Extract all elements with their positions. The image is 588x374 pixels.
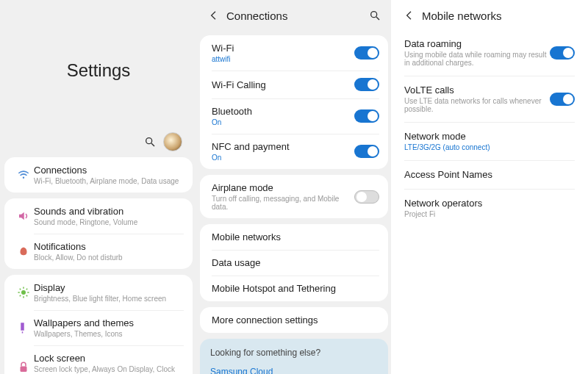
item-title: Display	[34, 282, 184, 293]
suggestions-heading: Looking for something else?	[210, 348, 378, 358]
item-title: Access Point Names	[404, 169, 575, 180]
toggle-switch[interactable]	[354, 46, 379, 60]
svg-line-10	[26, 289, 28, 290]
item-subtitle: Sound mode, Ringtone, Volume	[34, 218, 184, 226]
item-subtitle: Wallpapers, Themes, Icons	[34, 330, 184, 338]
item-title: Mobile networks	[212, 231, 379, 242]
avatar[interactable]	[163, 132, 182, 151]
item-subtitle: Using mobile data while roaming may resu…	[404, 51, 550, 67]
header-actions	[4, 132, 193, 151]
item-subtitle: Wi-Fi, Bluetooth, Airplane mode, Data us…	[34, 177, 184, 185]
toggle-switch[interactable]	[550, 93, 575, 106]
toggle-switch[interactable]	[354, 190, 379, 204]
item-title: Network operators	[404, 198, 575, 209]
svg-point-0	[146, 138, 152, 144]
item-title: Wi-Fi Calling	[212, 79, 354, 90]
display-icon	[13, 286, 34, 299]
appbar: Connections	[200, 0, 388, 29]
mobile-networks-pane: Mobile networks Data roamingUsing mobile…	[391, 0, 588, 374]
item-subtitle: LTE/3G/2G (auto connect)	[404, 143, 575, 151]
settings-group: Connections Wi-Fi, Bluetooth, Airplane m…	[4, 157, 193, 193]
item-subtitle: On	[212, 118, 354, 126]
svg-point-3	[21, 290, 26, 295]
toggle-switch[interactable]	[550, 46, 575, 60]
settings-item[interactable]: Connections Wi-Fi, Bluetooth, Airplane m…	[4, 157, 193, 193]
item-title: NFC and payment	[212, 141, 354, 152]
item-title: Sounds and vibration	[34, 206, 184, 217]
svg-point-14	[371, 12, 377, 18]
item-subtitle: Project Fi	[404, 210, 575, 218]
svg-line-15	[376, 17, 379, 20]
search-icon[interactable]	[144, 136, 156, 148]
list-item[interactable]: NFC and paymentOn	[200, 134, 388, 169]
wall-icon	[13, 321, 34, 334]
item-title: Lock screen	[34, 353, 184, 364]
list-item[interactable]: Access Point Names	[395, 160, 584, 189]
item-title: Wallpapers and themes	[34, 317, 184, 328]
svg-line-9	[26, 295, 28, 297]
svg-line-11	[20, 295, 21, 297]
lock-icon	[13, 361, 34, 374]
appbar: Mobile networks	[395, 0, 584, 29]
svg-line-8	[20, 289, 21, 290]
list-item[interactable]: BluetoothOn	[200, 98, 388, 134]
settings-group: Mobile networks Data usage Mobile Hotspo…	[200, 224, 388, 301]
item-subtitle: attwifi	[212, 55, 354, 63]
item-subtitle: Block, Allow, Do not disturb	[34, 253, 184, 262]
list-item[interactable]: Data usage	[200, 250, 388, 276]
toggle-switch[interactable]	[354, 109, 379, 123]
toggle-switch[interactable]	[354, 145, 379, 158]
settings-group: Display Brightness, Blue light filter, H…	[4, 275, 193, 374]
item-subtitle: Use LTE data networks for calls whenever…	[404, 97, 550, 113]
item-title: More connection settings	[212, 314, 379, 326]
item-subtitle: Screen lock type, Always On Display, Clo…	[34, 365, 184, 374]
notif-icon	[13, 245, 34, 258]
item-title: VoLTE calls	[404, 84, 550, 96]
list-item[interactable]: VoLTE callsUse LTE data networks for cal…	[395, 76, 584, 122]
page-title: Settings	[4, 60, 193, 81]
item-title: Mobile Hotspot and Tethering	[212, 283, 379, 294]
item-subtitle: On	[212, 154, 354, 162]
settings-item[interactable]: Display Brightness, Blue light filter, H…	[4, 275, 193, 310]
settings-item[interactable]: Notifications Block, Allow, Do not distu…	[4, 234, 193, 269]
settings-group: Airplane modeTurn off calling, messaging…	[200, 175, 388, 218]
settings-main-pane: Settings Connections Wi-Fi, Bluetooth, A…	[0, 0, 197, 374]
list-item[interactable]: Wi-Fiattwifi	[200, 35, 388, 71]
settings-item[interactable]: Sounds and vibration Sound mode, Rington…	[4, 198, 193, 234]
list-item[interactable]: More connection settings	[200, 307, 388, 333]
item-title: Data usage	[212, 257, 379, 268]
appbar-title: Mobile networks	[422, 10, 576, 22]
suggestions-card: Looking for something else? Samsung Clou…	[200, 339, 388, 374]
suggestion-link[interactable]: Samsung Cloud	[210, 367, 378, 374]
settings-group: More connection settings	[200, 307, 388, 333]
list-item[interactable]: Network operatorsProject Fi	[395, 189, 584, 227]
back-icon[interactable]	[207, 9, 220, 22]
item-title: Bluetooth	[212, 106, 354, 117]
svg-rect-13	[21, 366, 27, 372]
settings-item[interactable]: Wallpapers and themes Wallpapers, Themes…	[4, 310, 193, 345]
toggle-switch[interactable]	[354, 78, 379, 91]
item-subtitle: Brightness, Blue light filter, Home scre…	[34, 295, 184, 303]
appbar-title: Connections	[226, 10, 369, 22]
svg-rect-12	[22, 331, 24, 333]
list-item[interactable]: Mobile networks	[200, 224, 388, 250]
svg-point-2	[23, 177, 24, 179]
item-title: Connections	[34, 165, 184, 176]
item-subtitle: Turn off calling, messaging, and Mobile …	[212, 195, 354, 211]
list-item[interactable]: Network modeLTE/3G/2G (auto connect)	[395, 122, 584, 160]
settings-item[interactable]: Lock screen Screen lock type, Always On …	[4, 345, 193, 374]
back-icon[interactable]	[403, 9, 416, 22]
sound-icon	[13, 209, 34, 223]
item-title: Airplane mode	[212, 182, 354, 193]
list-item[interactable]: Data roamingUsing mobile data while roam…	[395, 29, 584, 76]
list-item[interactable]: Mobile Hotspot and Tethering	[200, 276, 388, 301]
wifi-icon	[13, 168, 34, 181]
settings-group: Sounds and vibration Sound mode, Rington…	[4, 198, 193, 269]
connections-pane: Connections Wi-Fiattwifi Wi-Fi Calling B…	[197, 0, 391, 374]
list-item[interactable]: Airplane modeTurn off calling, messaging…	[200, 175, 388, 218]
list-item[interactable]: Wi-Fi Calling	[200, 71, 388, 98]
search-icon[interactable]	[369, 10, 381, 21]
settings-group: Wi-Fiattwifi Wi-Fi Calling BluetoothOn N…	[200, 35, 388, 169]
item-title: Data roaming	[404, 38, 550, 49]
item-title: Notifications	[34, 241, 184, 252]
